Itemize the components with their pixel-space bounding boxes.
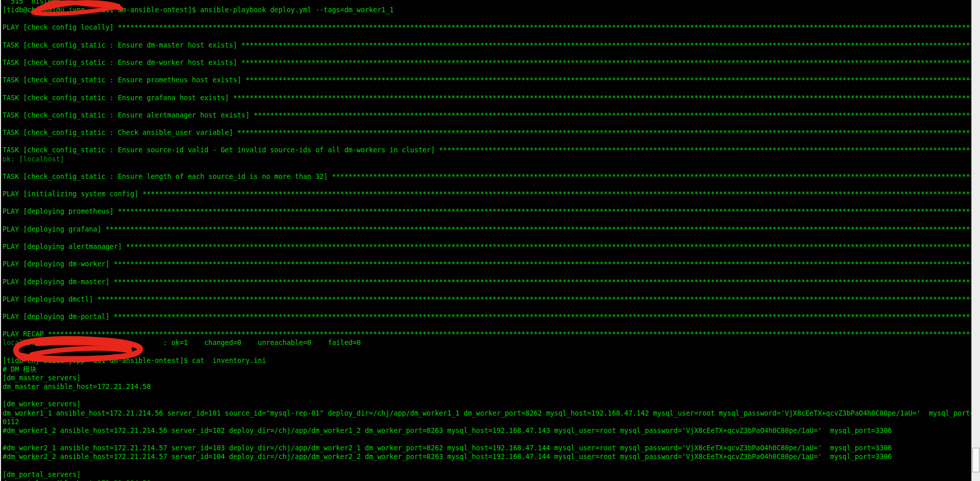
terminal-text-segment: localhost xyxy=(3,339,40,347)
terminal-line xyxy=(3,461,971,470)
ansible-ok-line: ok: [localhost] xyxy=(3,155,971,164)
terminal-line xyxy=(3,50,971,58)
terminal-line xyxy=(3,84,971,93)
terminal-line: PLAY [deploying dm-portal] *************… xyxy=(3,312,971,321)
terminal-line xyxy=(3,234,971,242)
terminal-line xyxy=(3,32,971,41)
terminal-line xyxy=(3,120,971,128)
terminal-line: PLAY [check config locally] ************… xyxy=(3,23,971,32)
terminal-line xyxy=(3,348,971,356)
terminal-line xyxy=(3,268,971,277)
shell-prompt-line: [tidb chj baidu jvpp d01 dm-ansible-onte… xyxy=(3,356,971,365)
terminal-line xyxy=(3,137,971,146)
terminal-line: PLAY [initializing system config] ******… xyxy=(3,190,971,198)
terminal-line: PLAY [deploying prometheus] ************… xyxy=(3,207,971,216)
terminal-line: TASK [check_config_static : Ensure dm-ma… xyxy=(3,41,971,50)
terminal-line: PLAY RECAP *****************************… xyxy=(3,330,971,338)
terminal-line: PLAY [deploying grafana] ***************… xyxy=(3,225,971,234)
terminal-line: #dm_worker2_1 ansible_host=172.21.214.57… xyxy=(3,444,971,452)
terminal-line: dm_worker1_1 ansible_host=172.21.214.56 … xyxy=(3,409,971,418)
terminal-text-segment: [tidb@ch xyxy=(3,6,36,14)
history-partial-line: 515 history xyxy=(3,0,971,6)
terminal-line xyxy=(3,391,971,400)
terminal-text-segment: dm-ansible-ontest]$ cat inventory.ini xyxy=(110,357,266,364)
terminal-line xyxy=(3,251,971,260)
terminal-line xyxy=(3,216,971,225)
scrollbar[interactable] xyxy=(971,0,980,481)
terminal-line xyxy=(3,435,971,444)
terminal-line xyxy=(3,181,971,190)
terminal-line: PLAY [deploying alertmanager] **********… xyxy=(3,242,971,251)
inventory-comment: # DM 模块 xyxy=(3,365,971,374)
terminal-line: #dm_worker1_2 ansible_host=172.21.214.56… xyxy=(3,426,971,435)
terminal-screen[interactable]: 515 history[tidb@chj baidu jvpp d01 dm-a… xyxy=(3,0,971,481)
terminal-line xyxy=(3,164,971,172)
terminal-line: TASK [check_config_static : Ensure grafa… xyxy=(3,94,971,102)
terminal-text-segment: : ok=1 changed=0 unreachable=0 failed=0 xyxy=(40,339,361,347)
terminal-line xyxy=(3,304,971,312)
terminal-line: #dm_worker2_2 ansible_host=172.21.214.57… xyxy=(3,452,971,461)
terminal-text-segment: [tid xyxy=(3,357,19,364)
terminal-window: 515 history[tidb@chj baidu jvpp d01 dm-a… xyxy=(0,0,980,481)
terminal-line: TASK [check_config_static : Ensure sourc… xyxy=(3,146,971,154)
terminal-line: TASK [check_config_static : Ensure prome… xyxy=(3,76,971,84)
terminal-line: dm_master ansible_host=172.21.214.58 xyxy=(3,382,971,391)
terminal-line xyxy=(3,198,971,207)
terminal-line xyxy=(3,14,971,23)
terminal-line xyxy=(3,102,971,111)
shell-prompt-line: [tidb@chj baidu jvpp d01 dm-ansible-onte… xyxy=(3,6,971,14)
play-recap-line: localhost : ok=1 changed=0 unreachable=0… xyxy=(3,338,971,347)
terminal-line: PLAY [deploying dm-master] *************… xyxy=(3,278,971,286)
terminal-line: TASK [check_config_static : Check ansibl… xyxy=(3,128,971,137)
terminal-line: PLAY [deploying dm-worker] *************… xyxy=(3,260,971,268)
scrollbar-thumb[interactable] xyxy=(972,448,979,472)
redacted-host-text: j baidu jvpp d01 xyxy=(36,6,118,14)
terminal-line xyxy=(3,286,971,295)
redacted-host-text: b chj baidu jvpp d01 xyxy=(19,357,109,364)
terminal-line: TASK [check_config_static : Ensure alert… xyxy=(3,111,971,120)
terminal-line: TASK [check_config_static : Ensure dm-wo… xyxy=(3,58,971,67)
inventory-section: [dm_portal_servers] xyxy=(3,470,971,479)
terminal-line: TASK [check_config_static : Ensure lengt… xyxy=(3,172,971,181)
terminal-line: 0112 xyxy=(3,418,971,426)
terminal-line xyxy=(3,321,971,330)
terminal-line: dm_portal ansible_host=172.21.214.58 xyxy=(3,479,971,481)
terminal-line: PLAY [deploying dmctl] *****************… xyxy=(3,295,971,304)
inventory-section: [dm_master_servers] xyxy=(3,374,971,382)
inventory-section: [dm_worker_servers] xyxy=(3,400,971,408)
terminal-text-segment: dm-ansible-ontest]$ ansible-playbook dep… xyxy=(118,6,394,14)
terminal-line xyxy=(3,67,971,76)
